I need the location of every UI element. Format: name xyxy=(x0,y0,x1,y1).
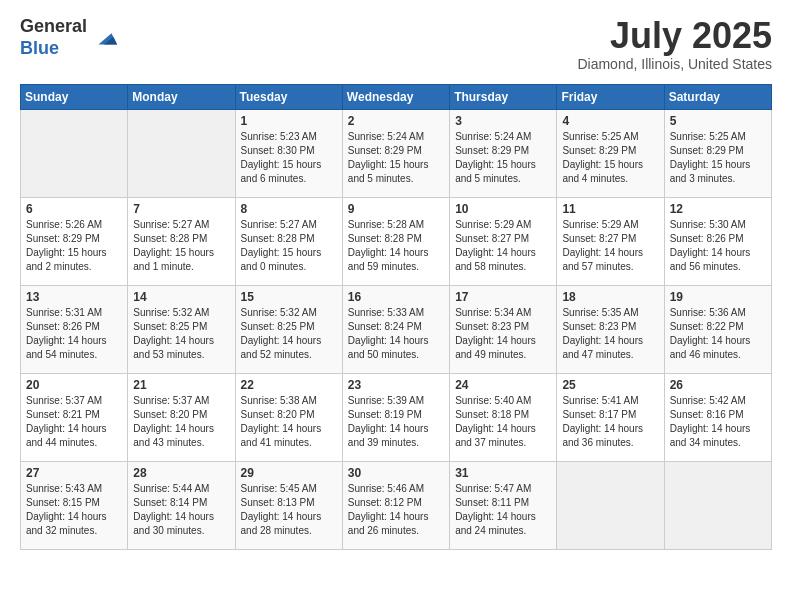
calendar-cell: 9Sunrise: 5:28 AM Sunset: 8:28 PM Daylig… xyxy=(342,197,449,285)
day-info: Sunrise: 5:29 AM Sunset: 8:27 PM Dayligh… xyxy=(562,218,658,274)
day-number: 13 xyxy=(26,290,122,304)
calendar-cell: 5Sunrise: 5:25 AM Sunset: 8:29 PM Daylig… xyxy=(664,109,771,197)
day-info: Sunrise: 5:47 AM Sunset: 8:11 PM Dayligh… xyxy=(455,482,551,538)
day-number: 2 xyxy=(348,114,444,128)
calendar-cell: 22Sunrise: 5:38 AM Sunset: 8:20 PM Dayli… xyxy=(235,373,342,461)
day-number: 21 xyxy=(133,378,229,392)
day-info: Sunrise: 5:27 AM Sunset: 8:28 PM Dayligh… xyxy=(133,218,229,274)
day-number: 15 xyxy=(241,290,337,304)
day-number: 31 xyxy=(455,466,551,480)
calendar-cell: 29Sunrise: 5:45 AM Sunset: 8:13 PM Dayli… xyxy=(235,461,342,549)
week-row-0: 1Sunrise: 5:23 AM Sunset: 8:30 PM Daylig… xyxy=(21,109,772,197)
calendar-cell: 23Sunrise: 5:39 AM Sunset: 8:19 PM Dayli… xyxy=(342,373,449,461)
day-number: 6 xyxy=(26,202,122,216)
col-friday: Friday xyxy=(557,84,664,109)
calendar-cell: 18Sunrise: 5:35 AM Sunset: 8:23 PM Dayli… xyxy=(557,285,664,373)
day-info: Sunrise: 5:35 AM Sunset: 8:23 PM Dayligh… xyxy=(562,306,658,362)
day-info: Sunrise: 5:39 AM Sunset: 8:19 PM Dayligh… xyxy=(348,394,444,450)
calendar-cell: 10Sunrise: 5:29 AM Sunset: 8:27 PM Dayli… xyxy=(450,197,557,285)
calendar-cell: 14Sunrise: 5:32 AM Sunset: 8:25 PM Dayli… xyxy=(128,285,235,373)
col-saturday: Saturday xyxy=(664,84,771,109)
col-monday: Monday xyxy=(128,84,235,109)
day-info: Sunrise: 5:28 AM Sunset: 8:28 PM Dayligh… xyxy=(348,218,444,274)
day-number: 29 xyxy=(241,466,337,480)
calendar-cell: 6Sunrise: 5:26 AM Sunset: 8:29 PM Daylig… xyxy=(21,197,128,285)
week-row-1: 6Sunrise: 5:26 AM Sunset: 8:29 PM Daylig… xyxy=(21,197,772,285)
calendar-cell: 8Sunrise: 5:27 AM Sunset: 8:28 PM Daylig… xyxy=(235,197,342,285)
day-info: Sunrise: 5:29 AM Sunset: 8:27 PM Dayligh… xyxy=(455,218,551,274)
day-number: 9 xyxy=(348,202,444,216)
day-number: 4 xyxy=(562,114,658,128)
day-info: Sunrise: 5:33 AM Sunset: 8:24 PM Dayligh… xyxy=(348,306,444,362)
col-tuesday: Tuesday xyxy=(235,84,342,109)
calendar-cell: 15Sunrise: 5:32 AM Sunset: 8:25 PM Dayli… xyxy=(235,285,342,373)
header-row: Sunday Monday Tuesday Wednesday Thursday… xyxy=(21,84,772,109)
day-number: 12 xyxy=(670,202,766,216)
header: General Blue July 2025 Diamond, Illinois… xyxy=(20,16,772,72)
day-info: Sunrise: 5:34 AM Sunset: 8:23 PM Dayligh… xyxy=(455,306,551,362)
day-number: 14 xyxy=(133,290,229,304)
calendar-cell: 13Sunrise: 5:31 AM Sunset: 8:26 PM Dayli… xyxy=(21,285,128,373)
day-number: 3 xyxy=(455,114,551,128)
calendar-cell xyxy=(557,461,664,549)
calendar-cell: 3Sunrise: 5:24 AM Sunset: 8:29 PM Daylig… xyxy=(450,109,557,197)
logo-icon xyxy=(91,24,119,52)
day-number: 10 xyxy=(455,202,551,216)
day-info: Sunrise: 5:43 AM Sunset: 8:15 PM Dayligh… xyxy=(26,482,122,538)
day-info: Sunrise: 5:26 AM Sunset: 8:29 PM Dayligh… xyxy=(26,218,122,274)
day-info: Sunrise: 5:23 AM Sunset: 8:30 PM Dayligh… xyxy=(241,130,337,186)
day-info: Sunrise: 5:36 AM Sunset: 8:22 PM Dayligh… xyxy=(670,306,766,362)
day-info: Sunrise: 5:38 AM Sunset: 8:20 PM Dayligh… xyxy=(241,394,337,450)
calendar-cell: 31Sunrise: 5:47 AM Sunset: 8:11 PM Dayli… xyxy=(450,461,557,549)
location: Diamond, Illinois, United States xyxy=(577,56,772,72)
day-number: 8 xyxy=(241,202,337,216)
title-block: July 2025 Diamond, Illinois, United Stat… xyxy=(577,16,772,72)
day-info: Sunrise: 5:32 AM Sunset: 8:25 PM Dayligh… xyxy=(133,306,229,362)
logo-blue: Blue xyxy=(20,38,59,58)
calendar-cell: 11Sunrise: 5:29 AM Sunset: 8:27 PM Dayli… xyxy=(557,197,664,285)
day-info: Sunrise: 5:25 AM Sunset: 8:29 PM Dayligh… xyxy=(670,130,766,186)
calendar-table: Sunday Monday Tuesday Wednesday Thursday… xyxy=(20,84,772,550)
calendar-cell: 1Sunrise: 5:23 AM Sunset: 8:30 PM Daylig… xyxy=(235,109,342,197)
calendar-cell xyxy=(664,461,771,549)
day-number: 7 xyxy=(133,202,229,216)
day-number: 16 xyxy=(348,290,444,304)
calendar-cell: 26Sunrise: 5:42 AM Sunset: 8:16 PM Dayli… xyxy=(664,373,771,461)
day-info: Sunrise: 5:41 AM Sunset: 8:17 PM Dayligh… xyxy=(562,394,658,450)
logo: General Blue xyxy=(20,16,119,59)
day-number: 22 xyxy=(241,378,337,392)
day-number: 11 xyxy=(562,202,658,216)
calendar-cell: 28Sunrise: 5:44 AM Sunset: 8:14 PM Dayli… xyxy=(128,461,235,549)
logo-text-block: General Blue xyxy=(20,16,119,59)
day-number: 25 xyxy=(562,378,658,392)
day-info: Sunrise: 5:44 AM Sunset: 8:14 PM Dayligh… xyxy=(133,482,229,538)
calendar-cell: 30Sunrise: 5:46 AM Sunset: 8:12 PM Dayli… xyxy=(342,461,449,549)
day-info: Sunrise: 5:42 AM Sunset: 8:16 PM Dayligh… xyxy=(670,394,766,450)
day-info: Sunrise: 5:31 AM Sunset: 8:26 PM Dayligh… xyxy=(26,306,122,362)
calendar-cell: 4Sunrise: 5:25 AM Sunset: 8:29 PM Daylig… xyxy=(557,109,664,197)
calendar-cell: 7Sunrise: 5:27 AM Sunset: 8:28 PM Daylig… xyxy=(128,197,235,285)
week-row-2: 13Sunrise: 5:31 AM Sunset: 8:26 PM Dayli… xyxy=(21,285,772,373)
col-wednesday: Wednesday xyxy=(342,84,449,109)
day-info: Sunrise: 5:30 AM Sunset: 8:26 PM Dayligh… xyxy=(670,218,766,274)
day-info: Sunrise: 5:24 AM Sunset: 8:29 PM Dayligh… xyxy=(348,130,444,186)
day-number: 5 xyxy=(670,114,766,128)
day-number: 23 xyxy=(348,378,444,392)
calendar-cell xyxy=(21,109,128,197)
day-number: 27 xyxy=(26,466,122,480)
week-row-4: 27Sunrise: 5:43 AM Sunset: 8:15 PM Dayli… xyxy=(21,461,772,549)
calendar-cell: 24Sunrise: 5:40 AM Sunset: 8:18 PM Dayli… xyxy=(450,373,557,461)
day-number: 26 xyxy=(670,378,766,392)
day-info: Sunrise: 5:27 AM Sunset: 8:28 PM Dayligh… xyxy=(241,218,337,274)
calendar-cell: 20Sunrise: 5:37 AM Sunset: 8:21 PM Dayli… xyxy=(21,373,128,461)
day-info: Sunrise: 5:46 AM Sunset: 8:12 PM Dayligh… xyxy=(348,482,444,538)
day-number: 17 xyxy=(455,290,551,304)
calendar-cell: 17Sunrise: 5:34 AM Sunset: 8:23 PM Dayli… xyxy=(450,285,557,373)
calendar-cell: 12Sunrise: 5:30 AM Sunset: 8:26 PM Dayli… xyxy=(664,197,771,285)
day-info: Sunrise: 5:32 AM Sunset: 8:25 PM Dayligh… xyxy=(241,306,337,362)
day-info: Sunrise: 5:45 AM Sunset: 8:13 PM Dayligh… xyxy=(241,482,337,538)
calendar-cell: 27Sunrise: 5:43 AM Sunset: 8:15 PM Dayli… xyxy=(21,461,128,549)
logo-general: General xyxy=(20,16,87,36)
calendar-cell: 19Sunrise: 5:36 AM Sunset: 8:22 PM Dayli… xyxy=(664,285,771,373)
col-sunday: Sunday xyxy=(21,84,128,109)
